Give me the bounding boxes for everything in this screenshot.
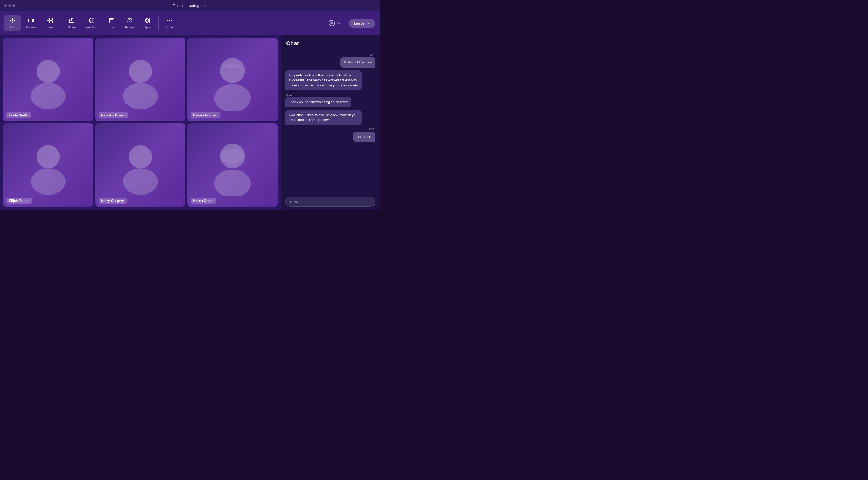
- svg-rect-0: [12, 18, 13, 21]
- view-icon: [46, 18, 53, 25]
- chat-button[interactable]: Chat: [103, 15, 120, 31]
- people-button[interactable]: People: [121, 15, 138, 31]
- video-tile-linda: Linda Smith: [3, 38, 93, 121]
- toolbar-right: 22:06 Leave: [329, 19, 375, 28]
- avatar-natasha: [116, 48, 165, 111]
- avatar-elijah: [23, 134, 73, 196]
- svg-point-29: [31, 83, 65, 109]
- svg-rect-24: [148, 21, 150, 23]
- svg-rect-3: [29, 19, 32, 22]
- mic-button[interactable]: Mic: [4, 15, 21, 31]
- dot-1: [4, 4, 7, 7]
- chevron-down-icon: [367, 21, 370, 25]
- name-badge-dewey: Dewey Mitchell: [191, 112, 220, 118]
- svg-rect-23: [145, 21, 147, 23]
- apps-label: Apps: [144, 26, 151, 29]
- reply-input[interactable]: Reply: [285, 197, 375, 207]
- msg-bubble-3: Thank you for always being so positive!: [285, 97, 351, 107]
- mic-label: Mic: [10, 26, 14, 29]
- reactions-button[interactable]: Reactions: [81, 15, 102, 31]
- recording-dot: [329, 20, 335, 26]
- timer: 22:06: [336, 21, 345, 25]
- chat-panel: Chat 9/22 That would be nice I'm pretty …: [281, 35, 379, 210]
- chat-icon: [108, 18, 115, 25]
- svg-point-26: [169, 20, 170, 21]
- svg-point-15: [130, 19, 131, 20]
- avatar-dewey: [208, 48, 257, 111]
- svg-point-14: [128, 19, 129, 20]
- recording-dot-inner: [331, 22, 333, 25]
- avatar-svg-linda: [23, 48, 73, 111]
- svg-point-35: [31, 168, 65, 195]
- avatar-svg-dewey: [208, 48, 257, 111]
- avatar-karen: [208, 134, 257, 196]
- video-tile-elijah: Elijah James: [3, 124, 93, 207]
- reactions-icon: [89, 18, 95, 25]
- msg-date-1: 9/22: [368, 53, 375, 56]
- chat-footer: Reply: [281, 194, 379, 210]
- more-icon: [166, 18, 173, 25]
- camera-label: Camera: [26, 26, 36, 29]
- message-3: 9/22 Thank you for always being so posit…: [285, 93, 375, 107]
- name-badge-elijah: Elijah James: [6, 198, 32, 204]
- svg-point-31: [123, 83, 158, 109]
- avatar-harry: [116, 134, 165, 196]
- video-grid: Linda Smith Natasha Brown: [0, 35, 281, 210]
- svg-point-36: [129, 145, 152, 168]
- video-tile-karen: Karen Green: [187, 124, 278, 207]
- leave-label: Leave: [354, 21, 365, 26]
- dot-3: [12, 4, 15, 7]
- avatar-svg-elijah: [23, 134, 73, 196]
- avatar-svg-harry: [116, 134, 165, 196]
- leave-button[interactable]: Leave: [349, 19, 375, 28]
- message-4: I will push Kristal to give us a few mor…: [285, 110, 375, 125]
- svg-point-28: [37, 60, 60, 83]
- svg-point-30: [129, 60, 152, 83]
- camera-icon: [28, 18, 34, 25]
- apps-icon: [144, 18, 151, 25]
- recording-indicator: 22:06: [329, 20, 345, 26]
- svg-point-27: [171, 20, 172, 21]
- more-label: More: [166, 26, 173, 29]
- people-label: People: [125, 26, 134, 29]
- svg-point-33: [214, 84, 251, 111]
- share-button[interactable]: Share: [63, 15, 80, 31]
- toolbar-divider-2: [158, 16, 159, 30]
- toolbar: Mic Camera View: [0, 11, 379, 35]
- name-badge-harry: Harry Gregory: [98, 198, 127, 204]
- msg-date-5: 9/22: [368, 128, 375, 131]
- svg-rect-4: [47, 18, 50, 20]
- svg-point-16: [147, 20, 148, 21]
- view-button[interactable]: View: [41, 15, 58, 31]
- meeting-title: This is meeting title: [173, 3, 207, 8]
- svg-point-37: [123, 168, 158, 195]
- avatar-svg-natasha: [116, 48, 165, 111]
- more-button[interactable]: More: [161, 15, 178, 31]
- reactions-label: Reactions: [85, 26, 98, 29]
- svg-point-39: [214, 170, 251, 196]
- chat-messages: 9/22 That would be nice I'm pretty confi…: [281, 50, 379, 194]
- main-content: Linda Smith Natasha Brown: [0, 35, 379, 210]
- video-tile-harry: Harry Gregory: [95, 124, 186, 207]
- svg-rect-6: [47, 21, 50, 23]
- name-badge-natasha: Natasha Brown: [98, 112, 128, 118]
- avatar-svg-karen: [208, 134, 257, 196]
- window-controls: [4, 4, 15, 7]
- svg-rect-5: [50, 18, 52, 20]
- svg-point-34: [37, 145, 60, 168]
- mic-icon: [9, 18, 16, 25]
- svg-rect-7: [50, 21, 52, 23]
- camera-button[interactable]: Camera: [22, 15, 40, 31]
- svg-point-25: [167, 20, 168, 21]
- dot-2: [8, 4, 11, 7]
- msg-bubble-4: I will push Kristal to give us a few mor…: [285, 110, 362, 125]
- svg-rect-22: [148, 18, 150, 20]
- message-5: 9/22 Let's do it!: [285, 128, 375, 142]
- svg-point-11: [92, 20, 93, 21]
- svg-point-10: [90, 20, 91, 21]
- apps-button[interactable]: Apps: [139, 15, 156, 31]
- msg-bubble-1: That would be nice: [340, 57, 375, 68]
- name-badge-karen: Karen Green: [191, 198, 216, 204]
- name-badge-linda: Linda Smith: [6, 112, 31, 118]
- people-icon: [126, 18, 132, 25]
